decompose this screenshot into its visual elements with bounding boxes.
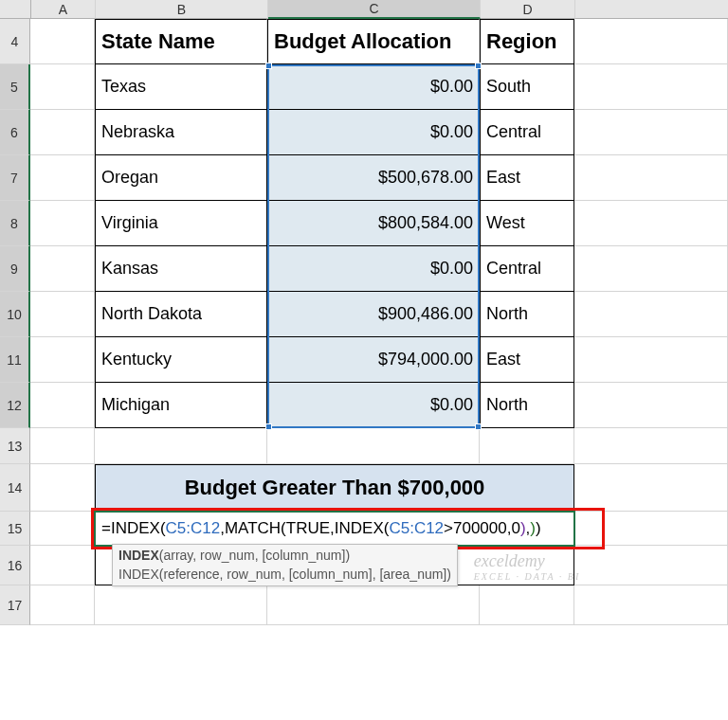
cell-C12[interactable]: $0.00 [267,383,480,428]
cell-A16[interactable] [30,546,95,585]
cell-D5[interactable]: South [480,64,574,110]
row-header-8[interactable]: 8 [0,201,30,246]
cell-C5[interactable]: $0.00 [267,64,480,110]
col-header-B[interactable]: B [96,0,268,19]
cell-A9[interactable] [30,246,95,292]
row-header-7[interactable]: 7 [0,155,30,201]
cell-C8[interactable]: $800,584.00 [267,201,480,246]
merged-title-cell[interactable]: Budget Greater Than $700,000 [95,464,574,512]
cell-B5[interactable]: Texas [95,64,267,110]
col-header-A[interactable]: A [31,0,96,19]
cell-A15[interactable] [30,512,95,546]
cell-D13[interactable] [480,428,574,464]
cell-A17[interactable] [30,585,95,625]
row-header-14[interactable]: 14 [0,464,30,512]
cell-E7[interactable] [574,155,728,201]
row-headers: 4567891011121314151617 [0,19,30,625]
cell-E12[interactable] [574,383,728,428]
cell-E9[interactable] [574,246,728,292]
row-header-15[interactable]: 15 [0,512,30,546]
row-header-10[interactable]: 10 [0,292,30,337]
cell-D6[interactable]: Central [480,110,574,155]
cell-D17[interactable] [480,585,574,625]
cell-A12[interactable] [30,383,95,428]
cell-E6[interactable] [574,110,728,155]
cell-B17[interactable] [95,585,267,625]
cell-C4[interactable]: Budget Allocation [267,19,480,64]
cell-E4[interactable] [574,19,728,64]
function-tooltip: INDEX(array, row_num, [column_num]) INDE… [112,544,458,586]
cell-C11[interactable]: $794,000.00 [267,337,480,383]
row-header-16[interactable]: 16 [0,546,30,585]
row-header-17[interactable]: 17 [0,585,30,625]
cell-C9[interactable]: $0.00 [267,246,480,292]
cell-C17[interactable] [267,585,480,625]
cell-A7[interactable] [30,155,95,201]
cell-B6[interactable]: Nebraska [95,110,267,155]
cell-E11[interactable] [574,337,728,383]
row-header-5[interactable]: 5 [0,64,30,110]
cell-E14[interactable] [574,464,728,512]
col-header-C[interactable]: C [268,0,481,19]
cell-A14[interactable] [30,464,95,512]
cell-D7[interactable]: East [480,155,574,201]
cell-E5[interactable] [574,64,728,110]
cell-C10[interactable]: $900,486.00 [267,292,480,337]
cell-B7[interactable]: Oregan [95,155,267,201]
cell-A4[interactable] [30,19,95,64]
formula-cell[interactable]: =INDEX(C5:C12,MATCH(TRUE,INDEX(C5:C12>70… [95,512,574,546]
cell-E17[interactable] [574,585,728,625]
cell-B9[interactable]: Kansas [95,246,267,292]
col-header-next[interactable] [575,0,728,19]
cell-E15[interactable] [574,512,728,546]
cell-B13[interactable] [95,428,267,464]
cells-area[interactable]: State NameBudget AllocationRegionTexas$0… [30,19,728,625]
cell-A11[interactable] [30,337,95,383]
cell-A5[interactable] [30,64,95,110]
cell-A10[interactable] [30,292,95,337]
col-header-D[interactable]: D [481,0,575,19]
cell-B12[interactable]: Michigan [95,383,267,428]
cell-D9[interactable]: Central [480,246,574,292]
cell-C7[interactable]: $500,678.00 [267,155,480,201]
cell-B8[interactable]: Virginia [95,201,267,246]
cell-B4[interactable]: State Name [95,19,267,64]
row-header-12[interactable]: 12 [0,383,30,428]
cell-E13[interactable] [574,428,728,464]
cell-D10[interactable]: North [480,292,574,337]
row-header-13[interactable]: 13 [0,428,30,464]
cell-C13[interactable] [267,428,480,464]
row-header-9[interactable]: 9 [0,246,30,292]
cell-E8[interactable] [574,201,728,246]
cell-C6[interactable]: $0.00 [267,110,480,155]
cell-D8[interactable]: West [480,201,574,246]
cell-E10[interactable] [574,292,728,337]
cell-A13[interactable] [30,428,95,464]
cell-E16[interactable] [574,546,728,585]
cell-D11[interactable]: East [480,337,574,383]
cell-B10[interactable]: North Dakota [95,292,267,337]
row-header-4[interactable]: 4 [0,19,30,64]
row-header-11[interactable]: 11 [0,337,30,383]
column-headers: A B C D [0,0,728,19]
row-header-6[interactable]: 6 [0,110,30,155]
cell-D4[interactable]: Region [480,19,574,64]
cell-A6[interactable] [30,110,95,155]
cell-A8[interactable] [30,201,95,246]
cell-D12[interactable]: North [480,383,574,428]
select-all-corner[interactable] [0,0,31,19]
cell-B11[interactable]: Kentucky [95,337,267,383]
